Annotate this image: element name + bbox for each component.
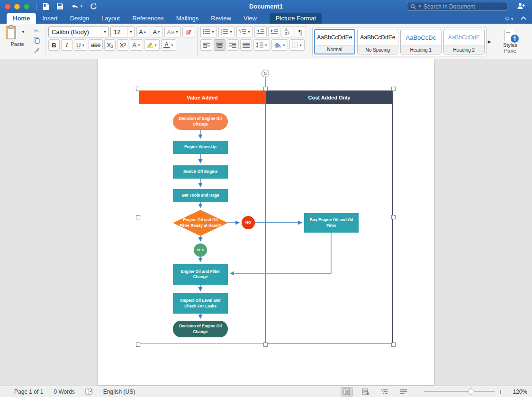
cut-button[interactable]: ✂ — [32, 27, 41, 35]
align-left-button[interactable] — [200, 39, 212, 51]
change-case-button[interactable]: Aa▼ — [164, 26, 181, 37]
tab-view[interactable]: View — [237, 13, 263, 24]
highlight-button[interactable]: ▼ — [144, 39, 160, 51]
font-color-dropdown-arrow[interactable]: ▼ — [171, 44, 174, 47]
shading-button[interactable]: ▼ — [271, 39, 288, 51]
borders-button[interactable]: ▼ — [289, 39, 305, 51]
web-layout-view-button[interactable] — [360, 387, 372, 397]
font-size-combo[interactable]: 12 ▼ — [110, 27, 135, 37]
zoom-slider-track[interactable] — [424, 391, 495, 392]
page-indicator[interactable]: Page 1 of 1 — [14, 388, 43, 395]
search-box[interactable]: ▼ — [407, 2, 507, 11]
highlight-dropdown-arrow[interactable]: ▼ — [154, 44, 157, 47]
increase-indent-button[interactable] — [268, 26, 280, 37]
document-page[interactable]: Value Added Cost Added Only — [98, 59, 434, 385]
text-effects-button[interactable]: A▼ — [130, 39, 143, 51]
collapse-ribbon-icon[interactable] — [521, 16, 526, 20]
zoom-percentage[interactable]: 120% — [509, 388, 527, 395]
underline-dropdown-arrow[interactable]: ▼ — [81, 44, 85, 47]
share-button[interactable] — [517, 2, 525, 9]
node-yes-badge[interactable]: YES — [194, 244, 207, 257]
tab-review[interactable]: Review — [205, 13, 237, 24]
tab-picture-format[interactable]: Picture Format — [270, 13, 322, 24]
new-document-button[interactable] — [42, 2, 50, 10]
resize-handle-top-right[interactable] — [391, 87, 396, 91]
bullet-list-dropdown-arrow[interactable]: ▼ — [211, 30, 215, 34]
rotation-handle[interactable]: ↻ — [261, 70, 269, 77]
search-scope-arrow[interactable]: ▼ — [418, 4, 422, 9]
tab-design[interactable]: Design — [64, 13, 95, 24]
multilevel-list-dropdown-arrow[interactable]: ▼ — [247, 30, 251, 34]
font-color-button[interactable]: A ▼ — [161, 39, 176, 51]
undo-button[interactable]: ▼ — [70, 3, 83, 10]
underline-button[interactable]: U▼ — [74, 39, 87, 51]
show-formatting-button[interactable]: ¶ — [295, 26, 306, 37]
superscript-button[interactable]: X² — [117, 39, 128, 51]
node-no-badge[interactable]: NO — [242, 216, 255, 229]
paste-dropdown-arrow[interactable]: ▼ — [18, 26, 29, 37]
align-right-button[interactable] — [227, 39, 239, 51]
tab-mailings[interactable]: Mailings — [170, 13, 205, 24]
align-center-button[interactable] — [214, 39, 225, 51]
line-spacing-button[interactable]: ▼ — [253, 39, 270, 51]
print-layout-view-button[interactable] — [341, 387, 353, 397]
node-inspect-oil-level[interactable]: Inspect Oil Level and Check For Leaks — [173, 293, 228, 314]
line-spacing-dropdown-arrow[interactable]: ▼ — [264, 44, 268, 47]
bold-button[interactable]: B — [48, 39, 60, 51]
node-oil-and-filter-change[interactable]: Engine Oil and Filter Change — [173, 264, 228, 285]
zoom-slider-thumb[interactable] — [468, 388, 474, 395]
subscript-button[interactable]: X₂ — [104, 39, 116, 51]
node-get-tools-and-rags[interactable]: Get Tools and Rags — [173, 189, 228, 202]
style-heading-2[interactable]: AaBbCcDdE Heading 2 — [443, 29, 485, 54]
undo-dropdown-arrow[interactable]: ▼ — [80, 4, 83, 9]
styles-pane-button[interactable]: ¶ Styles Pane — [493, 30, 527, 54]
node-buy-engine-oil[interactable]: Buy Engine Oil and Oil Filter — [304, 213, 359, 233]
shading-dropdown-arrow[interactable]: ▼ — [282, 44, 286, 47]
outline-view-button[interactable] — [379, 387, 391, 397]
resize-handle-bottom-left[interactable] — [136, 343, 140, 347]
zoom-out-button[interactable]: − — [416, 388, 420, 396]
styles-gallery-expand-arrow[interactable]: ▶ — [487, 39, 493, 44]
tab-layout[interactable]: Layout — [95, 13, 126, 24]
node-start[interactable]: Decision of Engine Oil Change — [173, 113, 228, 130]
node-engine-warm-up[interactable]: Engine Warm-Up — [173, 141, 228, 154]
zoom-in-button[interactable]: + — [499, 388, 503, 396]
numbered-list-dropdown-arrow[interactable]: ▼ — [229, 30, 233, 34]
numbered-list-button[interactable]: 123 ▼ — [218, 26, 235, 37]
selected-flowchart-picture[interactable]: Value Added Cost Added Only — [138, 89, 394, 345]
style-no-spacing[interactable]: AaBbCcDdEe No Spacing — [357, 29, 398, 54]
node-switch-off-engine[interactable]: Switch Off Engine — [173, 165, 228, 179]
resize-handle-top-center[interactable] — [263, 87, 268, 91]
italic-button[interactable]: I — [61, 39, 72, 51]
text-effects-dropdown-arrow[interactable]: ▼ — [137, 44, 141, 47]
tab-insert[interactable]: Insert — [36, 13, 64, 24]
redo-button[interactable] — [90, 3, 97, 10]
close-button[interactable] — [5, 4, 10, 9]
zoom-slider[interactable]: − + — [416, 388, 503, 396]
word-count[interactable]: 0 Words — [54, 388, 74, 395]
tab-home[interactable]: Home — [7, 13, 36, 24]
resize-handle-middle-left[interactable] — [136, 215, 140, 219]
grow-font-button[interactable]: A▲ — [136, 26, 149, 37]
justify-button[interactable] — [240, 39, 252, 51]
clear-formatting-button[interactable] — [182, 26, 194, 37]
resize-handle-middle-right[interactable] — [391, 215, 396, 219]
tab-references[interactable]: References — [126, 13, 170, 24]
shrink-font-button[interactable]: A▼ — [151, 26, 163, 37]
draft-view-button[interactable] — [397, 387, 410, 397]
copy-button[interactable] — [32, 36, 41, 45]
language-indicator[interactable]: English (US) — [103, 388, 135, 395]
save-button[interactable] — [56, 3, 63, 10]
sort-button[interactable]: AZ ↓ — [282, 26, 293, 37]
font-name-combo[interactable]: Calibri (Body) ▼ — [48, 27, 109, 37]
minimize-button[interactable] — [14, 4, 20, 9]
format-painter-button[interactable] — [32, 45, 41, 54]
style-normal[interactable]: AaBbCcDdEe Normal — [314, 29, 355, 54]
decrease-indent-button[interactable] — [254, 26, 267, 37]
document-area[interactable]: Value Added Cost Added Only — [0, 59, 532, 386]
style-heading-1[interactable]: AaBbCcDc Heading 1 — [400, 29, 442, 54]
resize-handle-bottom-right[interactable] — [391, 343, 396, 347]
resize-handle-bottom-center[interactable] — [263, 343, 268, 347]
spellcheck-icon[interactable] — [85, 388, 93, 395]
feedback-smiley-button[interactable]: ☺▼ — [504, 14, 514, 22]
